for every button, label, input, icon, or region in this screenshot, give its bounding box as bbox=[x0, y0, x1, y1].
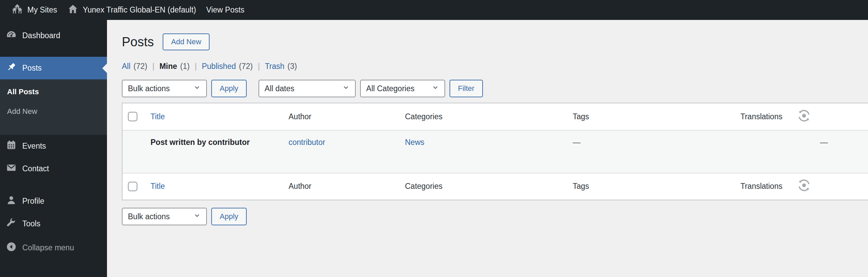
category-link[interactable]: News bbox=[405, 138, 425, 147]
view-separator: | bbox=[152, 62, 155, 71]
my-sites-label: My Sites bbox=[27, 5, 57, 15]
apply-button[interactable]: Apply bbox=[211, 80, 247, 97]
home-icon bbox=[67, 3, 79, 17]
column-footer-title: Title bbox=[145, 173, 283, 200]
row-translations-cell: — bbox=[735, 130, 868, 173]
chevron-down-icon bbox=[193, 84, 201, 93]
column-header-title: Title bbox=[145, 103, 283, 130]
top-toolbar: Bulk actions Apply All dates All Categor… bbox=[122, 80, 868, 97]
page-title: Posts bbox=[122, 35, 154, 49]
select-all-cell bbox=[122, 173, 145, 200]
posts-table: Title Author Categories Tags Translation… bbox=[122, 103, 868, 200]
view-link-mine-current[interactable]: Mine bbox=[159, 62, 177, 71]
row-author-cell: contributor bbox=[283, 130, 400, 173]
sidebar-item-label: Profile bbox=[22, 197, 44, 206]
calendar-icon bbox=[6, 140, 17, 153]
sidebar-item-tools[interactable]: Tools bbox=[0, 212, 107, 235]
bottom-toolbar: Bulk actions Apply bbox=[122, 208, 868, 225]
post-title: Post written by contributor bbox=[151, 138, 250, 147]
view-count-trash: (3) bbox=[288, 62, 297, 71]
column-footer-translations: Translations bbox=[735, 173, 868, 200]
row-checkbox-cell bbox=[122, 130, 145, 173]
tags-empty-dash: — bbox=[573, 138, 580, 147]
collapse-menu-button[interactable]: Collapse menu bbox=[0, 236, 107, 259]
dashboard-gauge-icon bbox=[6, 29, 17, 42]
submenu-item-label: Add New bbox=[7, 107, 37, 116]
view-link-published[interactable]: Published bbox=[202, 62, 236, 71]
select-all-cell bbox=[122, 103, 145, 130]
apply-button-bottom[interactable]: Apply bbox=[211, 208, 247, 225]
submenu-item-label: All Posts bbox=[7, 87, 39, 96]
all-categories-select[interactable]: All Categories bbox=[360, 80, 445, 97]
view-link-trash[interactable]: Trash bbox=[265, 62, 284, 71]
all-dates-select[interactable]: All dates bbox=[259, 80, 356, 97]
menu-separator bbox=[0, 47, 107, 57]
all-categories-value: All Categories bbox=[366, 84, 414, 93]
envelope-icon bbox=[6, 162, 17, 175]
sidebar-item-profile[interactable]: Profile bbox=[0, 190, 107, 212]
translations-label: Translations bbox=[740, 112, 782, 121]
sidebar-item-label: Posts bbox=[22, 64, 42, 73]
bulk-actions-select-bottom[interactable]: Bulk actions bbox=[122, 208, 207, 225]
column-footer-categories: Categories bbox=[400, 173, 567, 200]
view-count-published: (72) bbox=[239, 62, 253, 71]
sidebar-item-add-new[interactable]: Add New bbox=[0, 102, 107, 121]
table-footer-row: Title Author Categories Tags Translation… bbox=[122, 173, 868, 200]
pushpin-icon bbox=[6, 61, 17, 75]
view-link-all[interactable]: All bbox=[122, 62, 131, 71]
view-separator: | bbox=[194, 62, 197, 71]
bulk-actions-value: Bulk actions bbox=[128, 212, 170, 221]
select-all-checkbox[interactable] bbox=[128, 112, 137, 121]
row-tags-cell: — bbox=[567, 130, 735, 173]
column-header-categories: Categories bbox=[400, 103, 567, 130]
row-categories-cell: News bbox=[400, 130, 567, 173]
multisite-icon bbox=[11, 3, 23, 17]
bulk-actions-value: Bulk actions bbox=[128, 84, 170, 93]
column-header-tags: Tags bbox=[567, 103, 735, 130]
sidebar-item-label: Events bbox=[22, 142, 46, 151]
sidebar-item-label: Contact bbox=[22, 164, 49, 173]
admin-bar: My Sites Yunex Traffic Global-EN (defaul… bbox=[0, 0, 868, 20]
admin-sidebar: Dashboard Posts All Posts Add New bbox=[0, 20, 107, 277]
view-count-mine: (1) bbox=[180, 62, 190, 71]
site-name-label: Yunex Traffic Global-EN (default) bbox=[83, 5, 196, 15]
column-header-author: Author bbox=[283, 103, 400, 130]
filter-button[interactable]: Filter bbox=[450, 80, 483, 97]
bulk-actions-select[interactable]: Bulk actions bbox=[122, 80, 207, 97]
posts-table-wrap: Title Author Categories Tags Translation… bbox=[122, 103, 868, 200]
sidebar-item-events[interactable]: Events bbox=[0, 135, 107, 157]
wrench-icon bbox=[6, 217, 17, 230]
author-link[interactable]: contributor bbox=[289, 138, 325, 147]
my-sites-menu[interactable]: My Sites bbox=[6, 0, 62, 20]
sidebar-item-contact[interactable]: Contact bbox=[0, 157, 107, 180]
translation-sync-icon bbox=[796, 108, 812, 125]
view-separator: | bbox=[257, 62, 261, 71]
current-site-menu[interactable]: Yunex Traffic Global-EN (default) bbox=[62, 0, 201, 20]
select-all-checkbox[interactable] bbox=[128, 182, 137, 191]
sort-title-link[interactable]: Title bbox=[151, 182, 165, 191]
table-header-row: Title Author Categories Tags Translation… bbox=[122, 103, 868, 130]
column-footer-author: Author bbox=[283, 173, 400, 200]
all-dates-value: All dates bbox=[265, 84, 294, 93]
sidebar-item-all-posts[interactable]: All Posts bbox=[0, 82, 107, 102]
translations-label: Translations bbox=[740, 182, 782, 191]
row-title-cell: Post written by contributor bbox=[145, 130, 283, 173]
sidebar-item-label: Tools bbox=[22, 219, 40, 228]
sidebar-item-posts[interactable]: Posts bbox=[0, 57, 107, 79]
collapse-arrow-icon bbox=[6, 241, 17, 254]
add-new-button[interactable]: Add New bbox=[163, 33, 210, 50]
view-count-all: (72) bbox=[134, 62, 147, 71]
sort-title-link[interactable]: Title bbox=[151, 112, 165, 121]
user-icon bbox=[6, 195, 17, 208]
column-footer-tags: Tags bbox=[567, 173, 735, 200]
sidebar-item-label: Collapse menu bbox=[22, 243, 74, 252]
sidebar-item-dashboard[interactable]: Dashboard bbox=[0, 24, 107, 47]
chevron-down-icon bbox=[193, 212, 201, 221]
view-filter-links: All (72) | Mine (1) | Published (72) | T… bbox=[122, 62, 868, 71]
post-row: Post written by contributor contributor … bbox=[122, 130, 868, 173]
sidebar-item-label: Dashboard bbox=[22, 31, 60, 40]
main-content: Posts Add New All (72) | Mine (1) | Publ… bbox=[107, 20, 868, 277]
posts-submenu: All Posts Add New bbox=[0, 79, 107, 135]
view-posts-label: View Posts bbox=[206, 5, 244, 15]
view-posts-link[interactable]: View Posts bbox=[201, 0, 249, 20]
